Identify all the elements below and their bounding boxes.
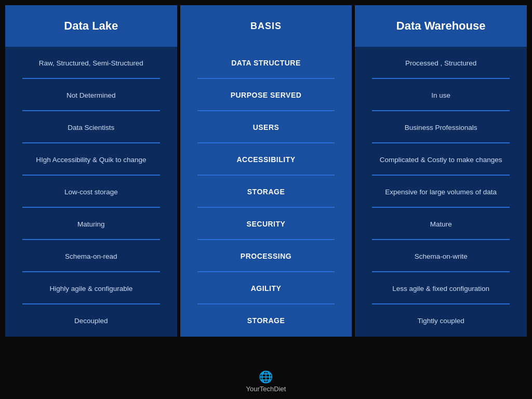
left-cell-8: Decoupled	[5, 304, 177, 337]
left-cell-6: Schema-on-read	[5, 240, 177, 272]
right-cell-2: Business Professionals	[355, 111, 527, 143]
comparison-table: Data Lake Raw, Structured, Semi-Structur…	[5, 5, 527, 367]
right-cell-7: Less agile & fixed configuration	[355, 272, 527, 304]
left-cell-4: Low-cost storage	[5, 176, 177, 208]
footer: 🌐 YourTechDiet	[246, 367, 286, 394]
center-cell-1: PURPOSE SERVED	[180, 79, 352, 111]
right-cell-1: In use	[355, 79, 527, 111]
center-cell-3: ACCESSIBILITY	[180, 143, 352, 176]
center-cell-2: USERS	[180, 111, 352, 143]
data-lake-column: Data Lake Raw, Structured, Semi-Structur…	[5, 5, 177, 367]
right-cell-5: Mature	[355, 208, 527, 240]
right-cell-6: Schema-on-write	[355, 240, 527, 272]
left-cell-1: Not Determined	[5, 79, 177, 111]
left-cell-5: Maturing	[5, 208, 177, 240]
data-warehouse-column: Data Warehouse Processed , StructuredIn …	[355, 5, 527, 367]
left-cell-2: Data Scientists	[5, 111, 177, 143]
left-cell-7: Highly agile & configurable	[5, 272, 177, 304]
left-cell-3: HIgh Accessibility & Quik to change	[5, 143, 177, 176]
data-warehouse-header: Data Warehouse	[355, 5, 527, 47]
center-cell-5: SECURITY	[180, 208, 352, 240]
center-cell-7: AGILITY	[180, 272, 352, 304]
right-cell-3: Complicated & Costly to make changes	[355, 143, 527, 176]
basis-column: BASIS DATA STRUCTUREPURPOSE SERVEDUSERSA…	[180, 5, 352, 367]
right-cell-4: Expensive for large volumes of data	[355, 176, 527, 208]
left-cell-0: Raw, Structured, Semi-Structured	[5, 47, 177, 79]
footer-text: YourTechDiet	[246, 385, 286, 393]
basis-header: BASIS	[180, 5, 352, 47]
right-cell-8: Tightly coupled	[355, 304, 527, 337]
center-cell-0: DATA STRUCTURE	[180, 47, 352, 79]
footer-icon: 🌐	[259, 370, 273, 384]
data-lake-header: Data Lake	[5, 5, 177, 47]
center-cell-6: PROCESSING	[180, 240, 352, 272]
center-cell-8: STORAGE	[180, 304, 352, 337]
right-cell-0: Processed , Structured	[355, 47, 527, 79]
center-cell-4: STORAGE	[180, 176, 352, 208]
